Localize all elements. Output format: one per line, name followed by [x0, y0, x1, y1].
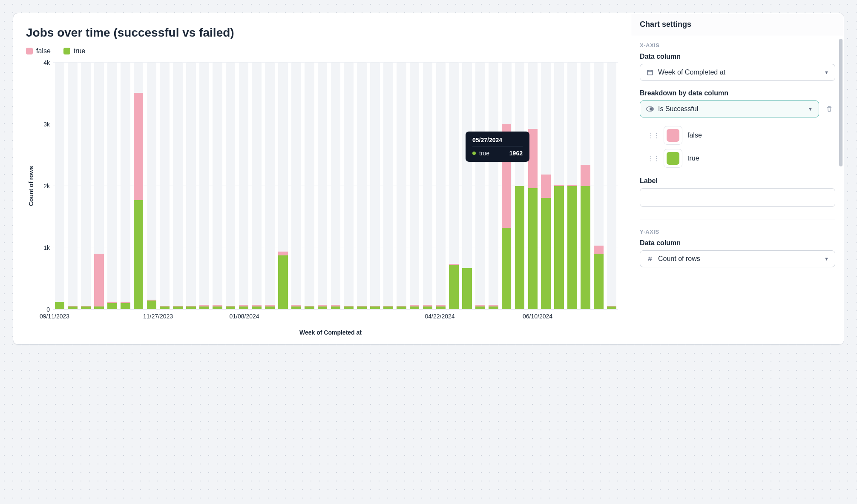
delete-breakdown-button[interactable] [823, 103, 835, 115]
bar-column[interactable] [250, 63, 263, 309]
bar-segment-true [502, 228, 512, 309]
calendar-icon [646, 69, 654, 76]
settings-header: Chart settings [631, 13, 844, 36]
bar-column[interactable] [303, 63, 316, 309]
legend-item-false[interactable]: false [26, 47, 51, 55]
bar-column[interactable] [566, 63, 579, 309]
bar-column[interactable] [80, 63, 92, 309]
bar-column[interactable] [605, 63, 618, 309]
bar-column[interactable] [264, 63, 276, 309]
svg-rect-0 [647, 70, 653, 75]
bar-segment-true [305, 306, 314, 309]
xaxis-data-column-label: Data column [640, 53, 835, 60]
legend-item-true[interactable]: true [63, 47, 86, 55]
bar-column[interactable] [540, 63, 552, 309]
bar-column[interactable] [553, 63, 566, 309]
bar-segment-true [68, 306, 78, 309]
bar-column[interactable] [382, 63, 394, 309]
bar-column[interactable] [132, 63, 145, 309]
bar-column[interactable] [448, 63, 460, 309]
bar-segment-true [107, 303, 117, 309]
tooltip-date: 05/27/2024 [472, 137, 523, 146]
bar-segment-true [291, 306, 301, 309]
series-color-chip-true[interactable] [664, 149, 682, 168]
y-tick-label: 0 [46, 306, 50, 313]
bar-column[interactable] [408, 63, 421, 309]
trash-icon [826, 106, 833, 112]
bar-column[interactable] [237, 63, 250, 309]
bar-segment-true [147, 301, 157, 309]
toggle-icon [646, 105, 654, 113]
bar-column[interactable] [342, 63, 355, 309]
bar-column[interactable] [172, 63, 184, 309]
bar-segment-true [134, 200, 144, 309]
legend-swatch-false [26, 48, 33, 54]
bar-column[interactable] [145, 63, 158, 309]
chevron-down-icon: ▼ [808, 106, 813, 112]
bar-segment-true [436, 306, 446, 309]
bar-segment-true [173, 306, 183, 309]
plot-wrap: Count of rows 01k2k3k4k 05/27/2024 true … [26, 63, 618, 309]
bar-column[interactable] [211, 63, 224, 309]
y-tick-label: 3k [43, 121, 50, 128]
bar-column[interactable] [53, 63, 66, 309]
bar-column[interactable] [369, 63, 382, 309]
breakdown-label: Breakdown by data column [640, 89, 835, 97]
bar-column[interactable] [93, 63, 106, 309]
drag-handle-icon[interactable]: ⋮⋮ [647, 132, 659, 140]
yaxis-data-column-select[interactable]: Count of rows ▼ [640, 250, 835, 267]
bar-column[interactable] [500, 63, 513, 309]
scrollbar-thumb[interactable] [839, 39, 843, 166]
x-tick-label: 09/11/2023 [40, 313, 69, 320]
bar-segment-true [121, 303, 130, 309]
bar-column[interactable] [592, 63, 605, 309]
bar-segment-false [541, 175, 551, 198]
bar-column[interactable] [66, 63, 79, 309]
bar-column[interactable] [513, 63, 526, 309]
bar-column[interactable] [461, 63, 474, 309]
bar-column[interactable] [158, 63, 171, 309]
drag-handle-icon[interactable]: ⋮⋮ [647, 155, 659, 163]
tooltip-value: 1962 [509, 150, 523, 157]
bar-segment-true [397, 306, 406, 309]
bar-column[interactable] [119, 63, 132, 309]
chevron-down-icon: ▼ [824, 256, 829, 261]
yaxis-data-column-label: Data column [640, 239, 835, 247]
series-color-row-true: ⋮⋮ true [647, 149, 835, 168]
bar-column[interactable] [579, 63, 592, 309]
y-axis-ticks: 01k2k3k4k [36, 63, 53, 309]
tooltip-dot-icon [472, 152, 476, 155]
bar-segment-true [278, 255, 288, 309]
bar-segment-true [581, 186, 590, 309]
xaxis-data-column-select[interactable]: Week of Completed at ▼ [640, 64, 835, 81]
bar-column[interactable] [356, 63, 368, 309]
bar-column[interactable] [106, 63, 118, 309]
bar-column[interactable] [526, 63, 539, 309]
series-color-chip-false[interactable] [664, 126, 682, 145]
x-axis-ticks: 09/11/202311/27/202301/08/202404/22/2024… [43, 313, 618, 321]
bar-column[interactable] [329, 63, 342, 309]
bar-segment-true [318, 306, 328, 309]
bar-column[interactable] [185, 63, 198, 309]
bar-column[interactable] [434, 63, 447, 309]
x-axis-label: Week of Completed at [43, 329, 618, 336]
breakdown-select[interactable]: Is Successful ▼ [640, 100, 819, 117]
chevron-down-icon: ▼ [824, 70, 829, 75]
legend-label-true: true [74, 47, 86, 55]
bar-column[interactable] [316, 63, 329, 309]
bar-column[interactable] [277, 63, 290, 309]
bar-column[interactable] [224, 63, 237, 309]
bar-column[interactable] [421, 63, 434, 309]
bar-segment-true [186, 306, 196, 309]
settings-panel: Chart settings X-AXIS Data column Week o… [631, 13, 844, 344]
tooltip-series-label: true [479, 150, 506, 157]
label-input[interactable] [640, 188, 835, 207]
bars-region[interactable]: 05/27/2024 true 1962 [53, 63, 618, 309]
bar-column[interactable] [198, 63, 210, 309]
bar-column[interactable] [487, 63, 500, 309]
bar-column[interactable] [474, 63, 487, 309]
section-divider [640, 220, 835, 220]
chart-legend: false true [26, 47, 618, 55]
bar-column[interactable] [395, 63, 408, 309]
bar-column[interactable] [290, 63, 302, 309]
